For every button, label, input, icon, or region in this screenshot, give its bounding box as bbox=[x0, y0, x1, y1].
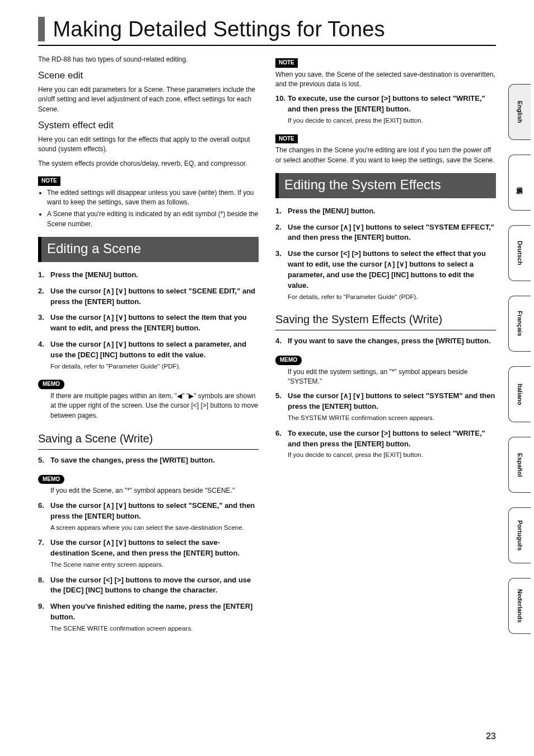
step: 4.Use the cursor [∧] [∨] buttons to sele… bbox=[38, 339, 259, 371]
step-num: 8. bbox=[38, 575, 44, 586]
right-column: NOTE When you save, the Scene of the sel… bbox=[275, 55, 496, 639]
lang-label: Italiano bbox=[517, 384, 523, 405]
step-num: 10. bbox=[275, 94, 285, 104]
lang-tab-english[interactable]: English bbox=[508, 84, 531, 140]
step: 2.Use the cursor [∧] [∨] buttons to sele… bbox=[275, 222, 496, 244]
step-text: To execute, use the cursor [>] buttons t… bbox=[288, 428, 496, 450]
step-num: 4. bbox=[38, 339, 44, 350]
saving-scene-steps-rest: 6.Use the cursor [∧] [∨] buttons to sele… bbox=[38, 501, 259, 633]
note-label: NOTE bbox=[275, 58, 298, 68]
lang-tab-nederlands[interactable]: Nederlands bbox=[508, 578, 531, 634]
step-num: 9. bbox=[38, 601, 44, 612]
editing-sys-steps: 1.Press the [MENU] button. 2.Use the cur… bbox=[275, 206, 496, 302]
saving-sys-steps-rest: 5.Use the cursor [∧] [∨] buttons to sele… bbox=[275, 391, 496, 460]
step-text: Use the cursor [<] [>] buttons to move t… bbox=[50, 575, 259, 596]
step-text: Press the [MENU] button. bbox=[288, 206, 496, 217]
step: 3.Use the cursor [<] [>] buttons to sele… bbox=[275, 249, 496, 301]
saving-sys-memo: If you edit the system settings, an "*" … bbox=[275, 367, 496, 387]
col2-note1: When you save, the Scene of the selected… bbox=[275, 70, 496, 90]
editing-scene-heading: Editing a Scene bbox=[38, 237, 259, 262]
language-tabs: English 日本語 Deutsch Français Italiano Es… bbox=[508, 84, 531, 634]
step-sub: If you decide to cancel, press the [EXIT… bbox=[288, 450, 496, 460]
step-text: To execute, use the cursor [>] buttons t… bbox=[288, 94, 496, 115]
editing-scene-steps: 1.Press the [MENU] button. 2.Use the cur… bbox=[38, 270, 259, 371]
step-text: Use the cursor [∧] [∨] buttons to select… bbox=[50, 339, 259, 361]
saving-sys-step4: 4.If you want to save the changes, press… bbox=[275, 336, 496, 347]
memo-label: MEMO bbox=[38, 380, 64, 389]
page-title: Making Detailed Settings for Tones bbox=[53, 17, 385, 41]
lang-label: Português bbox=[517, 520, 523, 550]
title-bar-icon bbox=[38, 17, 45, 41]
lang-tab-italiano[interactable]: Italiano bbox=[508, 366, 531, 422]
step-text: Use the cursor [∧] [∨] buttons to select… bbox=[50, 538, 259, 559]
step-num: 2. bbox=[38, 286, 44, 297]
title-wrap: Making Detailed Settings for Tones bbox=[38, 17, 496, 46]
note-label: NOTE bbox=[275, 134, 298, 144]
step-sub: The SYSTEM WRITE confirmation screen app… bbox=[288, 413, 496, 423]
saving-scene-memo: If you edit the Scene, an "*" symbol app… bbox=[38, 486, 259, 496]
page: Making Detailed Settings for Tones The R… bbox=[0, 0, 534, 756]
step-num: 5. bbox=[275, 391, 282, 402]
step: 9.When you've finished editing the name,… bbox=[38, 601, 259, 633]
step: 1.Press the [MENU] button. bbox=[38, 270, 259, 281]
step-sub: For details, refer to "Parameter Guide" … bbox=[50, 362, 259, 371]
lang-label: Nederlands bbox=[517, 589, 523, 623]
lang-tab-japanese[interactable]: 日本語 bbox=[508, 155, 531, 211]
step-text: If you want to save the changes, press t… bbox=[288, 336, 496, 347]
lang-tab-portugues[interactable]: Português bbox=[508, 507, 531, 563]
step: 8.Use the cursor [<] [>] buttons to move… bbox=[38, 575, 259, 596]
lang-label: Français bbox=[517, 311, 523, 336]
sys-effect-edit-heading: System effect edit bbox=[38, 119, 259, 133]
step-num: 2. bbox=[275, 222, 282, 233]
step-num: 6. bbox=[38, 501, 44, 511]
step-sub: If you decide to cancel, press the [EXIT… bbox=[288, 116, 496, 125]
step-text: To save the changes, press the [WRITE] b… bbox=[50, 455, 259, 466]
step-sub: The SCENE WRITE confirmation screen appe… bbox=[50, 624, 259, 633]
step: 3.Use the cursor [∧] [∨] buttons to sele… bbox=[38, 312, 259, 334]
step-num: 1. bbox=[275, 206, 282, 217]
saving-scene-heading: Saving a Scene (Write) bbox=[38, 428, 259, 450]
step: 4.If you want to save the changes, press… bbox=[275, 336, 496, 347]
page-number: 23 bbox=[486, 731, 496, 741]
step: 10.To execute, use the cursor [>] button… bbox=[275, 94, 496, 125]
step-text: Use the cursor [∧] [∨] buttons to select… bbox=[50, 286, 259, 307]
step: 7.Use the cursor [∧] [∨] buttons to sele… bbox=[38, 538, 259, 569]
step: 6.Use the cursor [∧] [∨] buttons to sele… bbox=[38, 501, 259, 532]
saving-sys-heading: Saving the System Effects (Write) bbox=[275, 309, 496, 330]
step-text: Use the cursor [<] [>] buttons to select… bbox=[288, 249, 496, 291]
left-column: The RD-88 has two types of sound-related… bbox=[38, 55, 259, 639]
step-text: Use the cursor [∧] [∨] buttons to select… bbox=[50, 501, 259, 522]
step-text: Use the cursor [∧] [∨] buttons to select… bbox=[288, 222, 496, 244]
scene-edit-heading: Scene edit bbox=[38, 69, 259, 83]
step-num: 1. bbox=[38, 270, 44, 281]
saving-scene-steps: 5.To save the changes, press the [WRITE]… bbox=[38, 455, 259, 466]
step-num: 5. bbox=[38, 455, 44, 466]
note1-item: A Scene that you're editing is indicated… bbox=[47, 209, 259, 229]
step: 1.Press the [MENU] button. bbox=[275, 206, 496, 217]
step-num: 7. bbox=[38, 538, 44, 548]
step: 5.Use the cursor [∧] [∨] buttons to sele… bbox=[275, 391, 496, 422]
note-label: NOTE bbox=[38, 176, 60, 186]
columns: The RD-88 has two types of sound-related… bbox=[38, 55, 496, 639]
step-sub: For details, refer to "Parameter Guide" … bbox=[288, 292, 496, 302]
step: 5.To save the changes, press the [WRITE]… bbox=[38, 455, 259, 466]
intro-text: The RD-88 has two types of sound-related… bbox=[38, 55, 259, 64]
memo-label: MEMO bbox=[275, 356, 302, 365]
editing-scene-memo: If there are multiple pages within an it… bbox=[38, 391, 259, 421]
step-text: When you've finished editing the name, p… bbox=[50, 601, 259, 623]
step: 2.Use the cursor [∧] [∨] buttons to sele… bbox=[38, 286, 259, 307]
step-text: Use the cursor [∧] [∨] buttons to select… bbox=[50, 312, 259, 334]
step-num: 3. bbox=[275, 249, 282, 259]
lang-tab-deutsch[interactable]: Deutsch bbox=[508, 225, 531, 281]
editing-sys-heading: Editing the System Effects bbox=[275, 173, 496, 198]
step-text: Use the cursor [∧] [∨] buttons to select… bbox=[288, 391, 496, 412]
step-num: 3. bbox=[38, 312, 44, 323]
scene-edit-body: Here you can edit parameters for a Scene… bbox=[38, 85, 259, 114]
note1-item: The edited settings will disappear unles… bbox=[47, 188, 259, 208]
lang-tab-francais[interactable]: Français bbox=[508, 296, 531, 352]
lang-tab-espanol[interactable]: Español bbox=[508, 437, 531, 493]
step-sub: A screen appears where you can select th… bbox=[50, 523, 259, 533]
memo-label: MEMO bbox=[38, 475, 64, 484]
note1-list: The edited settings will disappear unles… bbox=[38, 188, 259, 230]
col2-note2: The changes in the Scene you're editing … bbox=[275, 146, 496, 165]
